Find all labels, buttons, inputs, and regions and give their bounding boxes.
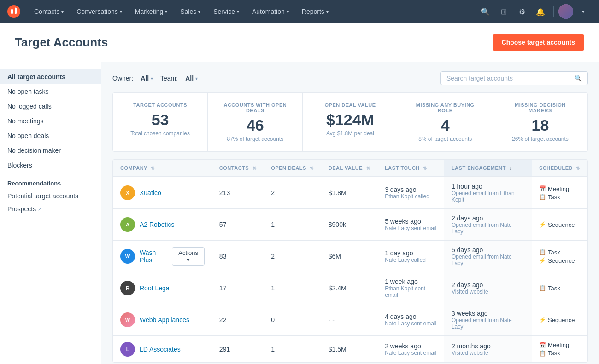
col-last-touch[interactable]: LAST TOUCH ⇅: [377, 160, 444, 177]
search-icon[interactable]: 🔍: [477, 3, 493, 20]
avatar-image: [558, 4, 573, 19]
contacts-cell: 57: [212, 209, 264, 241]
top-navigation: Contacts▾ Conversations▾ Marketing▾ Sale…: [0, 0, 599, 23]
stats-row: TARGET ACCOUNTS 53 Total chosen companie…: [112, 92, 588, 152]
table-body: X Xuatico 213 2 $1.8M 3 days ago Ethan K…: [113, 177, 587, 362]
stat-buying-role: MISSING ANY BUYING ROLE 4 8% of target a…: [398, 93, 493, 151]
settings-icon[interactable]: ⚙: [514, 3, 530, 20]
sidebar-item-prospects[interactable]: Prospects ↗: [0, 202, 101, 215]
deal-value-cell: $2.4M: [321, 272, 377, 304]
company-sort-icon: ⇅: [151, 166, 155, 171]
nav-sales[interactable]: Sales▾: [174, 0, 207, 23]
stat-target-accounts-value: 53: [124, 111, 196, 128]
col-contacts[interactable]: CONTACTS ⇅: [212, 160, 264, 177]
table-row: W Webb Appliances 22 0 - - 4 days ago Na…: [113, 304, 587, 336]
sidebar-item-blockers[interactable]: Blockers: [0, 158, 101, 173]
stat-decision-makers-value: 18: [504, 117, 576, 134]
company-cell: W Wash Plus Actions ▾: [113, 241, 212, 272]
nav-conversations[interactable]: Conversations▾: [70, 0, 129, 23]
notifications-icon[interactable]: 🔔: [532, 3, 549, 20]
stat-deal-value-value: $124M: [314, 111, 386, 128]
stat-deal-value: OPEN DEAL VALUE $124M Avg $1.8M per deal: [303, 93, 398, 151]
avatar[interactable]: [558, 4, 573, 19]
company-link-webbappliances[interactable]: Webb Appliances: [140, 316, 189, 324]
filter-left: Owner: All ▾ Team: All ▾: [112, 75, 198, 82]
search-input[interactable]: [446, 75, 570, 82]
nav-reports[interactable]: Reports▾: [295, 0, 335, 23]
last-engagement-cell: 2 days ago Opened email from Nate Lacy: [444, 209, 532, 241]
company-link-washplus[interactable]: Wash Plus: [140, 249, 167, 264]
company-link-rootlegal[interactable]: Root Legal: [140, 284, 171, 292]
scheduled-cell: 📅Meeting 📋Task: [532, 336, 587, 363]
last-touch-cell: 5 weeks ago Nate Lacy sent email: [377, 209, 444, 241]
table-row: R Root Legal 17 1 $2.4M 1 week ago Ethan…: [113, 272, 587, 304]
company-logo-washplus: W: [120, 249, 135, 264]
choose-target-accounts-button[interactable]: Choose target accounts: [493, 34, 584, 51]
task-icon: 📋: [539, 249, 546, 255]
col-last-engagement[interactable]: LAST ENGAGEMENT ↓: [444, 160, 532, 177]
sequence-icon: ⚡: [539, 221, 546, 228]
recommendations-title: Recommendations: [0, 173, 101, 190]
sidebar-item-all-target-accounts[interactable]: All target accounts: [0, 69, 101, 84]
account-caret-icon[interactable]: ▾: [575, 3, 592, 20]
sidebar-item-no-logged-calls[interactable]: No logged calls: [0, 99, 101, 114]
nav-marketing[interactable]: Marketing▾: [129, 0, 174, 23]
sidebar-item-no-open-tasks[interactable]: No open tasks: [0, 84, 101, 99]
last-engagement-cell: 3 weeks ago Opened email from Nate Lacy: [444, 304, 532, 336]
last-touch-sort-icon: ⇅: [423, 166, 427, 171]
team-dropdown[interactable]: All ▾: [185, 75, 198, 82]
hubspot-logo[interactable]: [7, 5, 20, 18]
company-link-ldassociates[interactable]: LD Associates: [140, 346, 181, 353]
table-row: W Wash Plus Actions ▾ 83 2 $6M 1 day ago…: [113, 241, 587, 272]
company-link-a2robotics[interactable]: A2 Robotics: [140, 221, 174, 228]
col-scheduled[interactable]: SCHEDULED ⇅: [532, 160, 587, 177]
sidebar-item-no-meetings[interactable]: No meetings: [0, 114, 101, 128]
contacts-cell: 22: [212, 304, 264, 336]
sidebar-item-no-decision-maker[interactable]: No decision maker: [0, 143, 101, 158]
sidebar-item-potential-target-accounts[interactable]: Potential target accounts: [0, 190, 101, 202]
company-cell: A A2 Robotics: [113, 209, 212, 241]
col-open-deals[interactable]: OPEN DEALS ⇅: [264, 160, 321, 177]
stat-decision-makers-sub: 26% of target accounts: [504, 136, 576, 142]
owner-dropdown[interactable]: All ▾: [141, 75, 153, 82]
apps-icon[interactable]: ⊞: [495, 3, 512, 20]
col-deal-value[interactable]: DEAL VALUE ⇅: [321, 160, 377, 177]
search-box[interactable]: 🔍: [440, 71, 588, 85]
sidebar: All target accounts No open tasks No log…: [0, 62, 101, 364]
open-deals-cell: 1: [264, 272, 321, 304]
meeting-icon: 📅: [539, 342, 546, 348]
sidebar-item-no-open-deals[interactable]: No open deals: [0, 128, 101, 143]
sequence-icon: ⚡: [539, 257, 546, 264]
owner-label: Owner:: [112, 75, 133, 82]
deal-value-cell: $6M: [321, 241, 377, 272]
scheduled-cell: ⚡Sequence: [532, 209, 587, 241]
last-touch-cell: 1 day ago Nate Lacy called: [377, 241, 444, 272]
col-company[interactable]: COMPANY ⇅: [113, 160, 212, 177]
stat-deal-value-label: OPEN DEAL VALUE: [314, 102, 386, 108]
company-logo-a2robotics: A: [120, 217, 135, 232]
team-label: Team:: [160, 75, 178, 82]
open-deals-cell: 1: [264, 336, 321, 363]
task-icon: 📋: [539, 285, 546, 291]
open-deals-cell: 2: [264, 241, 321, 272]
contacts-cell: 17: [212, 272, 264, 304]
company-link-xuatico[interactable]: Xuatico: [140, 189, 161, 196]
deal-value-cell: $900k: [321, 209, 377, 241]
page-title: Target Accounts: [15, 35, 108, 50]
content-area: All target accounts No open tasks No log…: [0, 62, 599, 364]
last-engagement-sort-icon: ↓: [510, 166, 512, 171]
nav-contacts[interactable]: Contacts▾: [28, 0, 70, 23]
stat-target-accounts-label: TARGET ACCOUNTS: [124, 102, 196, 108]
open-deals-cell: 0: [264, 304, 321, 336]
filter-bar: Owner: All ▾ Team: All ▾ 🔍: [112, 71, 588, 85]
stat-open-deals: ACCOUNTS WITH OPEN DEALS 46 87% of targe…: [208, 93, 303, 151]
contacts-sort-icon: ⇅: [253, 166, 257, 171]
actions-button-washplus[interactable]: Actions ▾: [172, 247, 204, 266]
deal-value-cell: $1.5M: [321, 336, 377, 363]
svg-point-0: [7, 5, 20, 18]
companies-table: COMPANY ⇅ CONTACTS ⇅ OPEN DEALS ⇅ DEAL: [113, 160, 587, 362]
nav-automation[interactable]: Automation▾: [246, 0, 295, 23]
last-touch-cell: 2 weeks ago Nate Lacy sent email: [377, 336, 444, 363]
nav-service[interactable]: Service▾: [207, 0, 246, 23]
company-cell: R Root Legal: [113, 272, 212, 304]
